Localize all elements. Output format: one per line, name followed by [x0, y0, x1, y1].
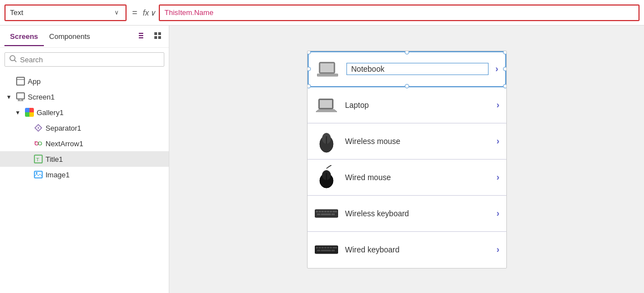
- wireless-mouse-image: [314, 129, 339, 153]
- svg-rect-40: [321, 211, 324, 212]
- tree-item-screen1[interactable]: ▼ Screen1: [0, 89, 169, 105]
- wired-mouse-image: [314, 165, 339, 190]
- svg-rect-9: [17, 77, 24, 85]
- svg-rect-5: [154, 36, 157, 39]
- tree-item-image1[interactable]: Image1: [0, 167, 169, 182]
- wired-mouse-chevron: ›: [496, 172, 499, 182]
- sidebar-tabs: Screens Components: [0, 26, 169, 48]
- app-icon: [16, 76, 26, 86]
- nextarrow-icon: [33, 138, 43, 148]
- gallery-item-wired-mouse[interactable]: Wired mouse ›: [308, 160, 506, 196]
- fx-dropdown-arrow: ∨: [150, 8, 155, 17]
- tab-components[interactable]: Components: [44, 28, 96, 46]
- tree-label-nextarrow1: NextArrow1: [46, 140, 83, 148]
- main-layout: Screens Components: [0, 26, 644, 293]
- gallery-icon: [24, 107, 34, 117]
- wireless-keyboard-chevron: ›: [496, 208, 499, 218]
- svg-rect-1: [139, 35, 143, 36]
- svg-rect-52: [324, 247, 326, 249]
- separator-icon: [33, 123, 43, 133]
- svg-rect-38: [316, 211, 318, 212]
- wired-keyboard-label: Wired keyboard: [345, 245, 490, 254]
- top-bar: Text ∨ = fx ∨ ThisItem.Name: [0, 0, 644, 26]
- property-dropdown-button[interactable]: ∨: [112, 9, 121, 16]
- title-icon: T: [33, 154, 43, 164]
- laptop-image: [314, 93, 339, 117]
- svg-rect-49: [316, 247, 318, 249]
- formula-box[interactable]: ThisItem.Name: [159, 4, 640, 21]
- gallery-item-wireless-mouse[interactable]: Wireless mouse ›: [308, 123, 506, 160]
- formula-text: ThisItem.Name: [164, 8, 213, 17]
- svg-rect-39: [319, 211, 321, 212]
- tree-label-app: App: [28, 77, 41, 86]
- fx-button[interactable]: fx ∨: [143, 8, 155, 17]
- wired-mouse-label: Wired mouse: [345, 173, 490, 182]
- tree-item-app[interactable]: App: [0, 73, 169, 89]
- property-selector[interactable]: Text ∨: [4, 4, 127, 21]
- expand-screen1[interactable]: ▼: [4, 94, 13, 100]
- tree-item-separator1[interactable]: Separator1: [0, 120, 169, 136]
- svg-rect-11: [17, 93, 24, 99]
- search-icon: [9, 55, 17, 64]
- gallery-item-wireless-keyboard[interactable]: Wireless keyboard ›: [308, 196, 506, 232]
- svg-marker-30: [316, 110, 337, 112]
- svg-rect-29: [320, 100, 332, 108]
- tree-label-separator1: Separator1: [46, 124, 81, 132]
- image-icon: [33, 170, 43, 180]
- svg-rect-45: [317, 213, 320, 215]
- notebook-label[interactable]: Notebook: [346, 63, 489, 75]
- tab-screens[interactable]: Screens: [4, 28, 44, 46]
- laptop-chevron: ›: [496, 100, 499, 110]
- tree-label-image1: Image1: [46, 171, 69, 179]
- svg-point-19: [38, 142, 42, 145]
- wireless-keyboard-image: [314, 201, 339, 226]
- handle-tr[interactable]: [503, 51, 507, 54]
- svg-rect-43: [330, 211, 332, 212]
- gallery-item-laptop[interactable]: Laptop ›: [308, 87, 506, 123]
- svg-rect-41: [324, 211, 326, 212]
- svg-rect-27: [317, 74, 338, 76]
- svg-rect-50: [319, 247, 321, 249]
- handle-ml[interactable]: [307, 67, 311, 71]
- svg-rect-2: [139, 37, 143, 38]
- list-icon: [138, 31, 147, 40]
- property-label: Text: [10, 8, 112, 17]
- svg-rect-23: [34, 171, 42, 178]
- tree-area: App ▼ Screen1 ▼ Gallery1: [0, 71, 169, 293]
- tree-item-gallery1[interactable]: ▼ Gallery1: [0, 105, 169, 120]
- svg-point-17: [38, 127, 39, 128]
- svg-rect-55: [333, 247, 337, 249]
- svg-rect-4: [158, 32, 161, 35]
- tree-item-nextarrow1[interactable]: NextArrow1: [0, 136, 169, 151]
- grid-view-button[interactable]: [151, 29, 164, 44]
- search-input[interactable]: [20, 56, 159, 64]
- gallery-item-notebook[interactable]: Notebook ›: [308, 51, 506, 87]
- gallery-item-wired-keyboard[interactable]: Wired keyboard ›: [308, 232, 506, 268]
- svg-line-8: [14, 60, 16, 62]
- fx-area: fx ∨ ThisItem.Name: [143, 4, 640, 21]
- notebook-image: [315, 57, 340, 81]
- handle-tm[interactable]: [405, 51, 409, 54]
- svg-rect-46: [321, 213, 331, 215]
- wireless-mouse-chevron: ›: [496, 136, 499, 146]
- handle-mr[interactable]: [503, 67, 507, 71]
- svg-rect-42: [327, 211, 329, 212]
- handle-tl[interactable]: [307, 51, 311, 54]
- wired-keyboard-image: [314, 237, 339, 262]
- equals-sign: =: [130, 8, 139, 18]
- wired-keyboard-chevron: ›: [496, 245, 499, 255]
- tree-label-screen1: Screen1: [28, 93, 54, 101]
- svg-rect-47: [331, 213, 335, 215]
- canvas-area: Notebook › Laptop ›: [169, 26, 644, 293]
- expand-gallery1[interactable]: ▼: [13, 110, 22, 116]
- list-view-button[interactable]: [135, 29, 149, 44]
- fx-label: fx: [143, 8, 149, 17]
- svg-rect-54: [330, 247, 332, 249]
- svg-rect-6: [158, 36, 161, 39]
- search-box: [4, 52, 164, 67]
- gallery-container: Notebook › Laptop ›: [307, 51, 507, 269]
- tree-label-gallery1: Gallery1: [37, 108, 63, 117]
- wireless-keyboard-label: Wireless keyboard: [345, 209, 490, 218]
- tree-item-title1[interactable]: T Title1: [0, 151, 169, 167]
- svg-rect-56: [317, 250, 320, 251]
